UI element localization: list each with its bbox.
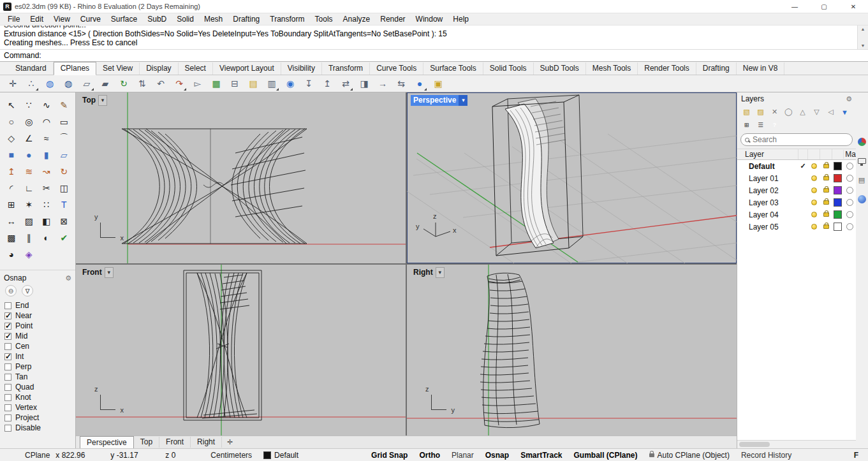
checkbox-icon[interactable] [4,414,11,421]
menu-item[interactable]: Analyze [338,15,376,24]
osnap-option[interactable]: Tan [0,372,75,382]
menu-item[interactable]: File [3,15,25,24]
layer-lock-icon[interactable] [820,176,832,180]
trim-tool[interactable]: ✂ [38,180,55,196]
toolbar-tab[interactable]: Visibility [281,62,322,75]
polyline-tool[interactable]: ∠ [20,131,38,146]
viewport-menu-icon[interactable]: ▾ [436,267,445,278]
osnap-option[interactable]: Int [0,351,75,362]
select-pointer-tool[interactable]: ↖ [3,98,20,113]
layer-visibility-icon[interactable] [808,187,820,193]
viewport-menu-icon[interactable]: ▾ [459,95,467,106]
pipe-tool[interactable]: ∥ [20,230,38,245]
viewport-menu-icon[interactable]: ▾ [98,95,107,106]
layer-material-icon[interactable] [844,163,856,170]
layer-color-cell[interactable] [832,223,844,231]
ellipse-tool[interactable]: ◎ [20,114,38,129]
sketch-curve-tool[interactable]: ✎ [55,98,73,113]
curve-blend-tool[interactable]: ≈ [38,131,55,146]
package-icon[interactable]: ▣ [430,77,446,91]
checkbox-icon[interactable] [4,394,11,401]
osnap-option[interactable]: Cen [0,341,75,351]
cplane-to-object-icon[interactable]: ▱ [79,77,94,91]
checkbox-icon[interactable] [4,425,11,432]
menu-item[interactable]: Render [375,15,410,24]
viewport-title[interactable]: Front ▾ [80,267,114,278]
display-panel-icon[interactable] [857,156,866,165]
network-surface-tool[interactable]: ⊠ [55,214,73,229]
viewport-tab[interactable]: Perspective [80,436,134,448]
grid-options-icon[interactable]: ⊟ [227,77,242,91]
filter-layers-icon[interactable]: ▼ [839,106,850,117]
auto-cplane-indicator[interactable]: Auto CPlane (Object) [644,451,735,460]
layer-material-icon[interactable] [844,211,856,218]
menu-item[interactable]: View [48,15,75,24]
toolbar-tab[interactable]: New in V8 [737,62,785,75]
menu-item[interactable]: Transform [265,15,309,24]
delete-layer-icon[interactable]: ✕ [769,106,780,117]
cplane-z-axis-icon[interactable]: ⇅ [135,77,150,91]
osnap-option[interactable]: Quad [0,382,75,392]
close-button[interactable]: ✕ [839,0,868,13]
status-toggle[interactable]: Gumball (CPlane) [568,451,644,460]
render-panel-icon[interactable] [857,194,866,203]
cplane-undo-icon[interactable]: ↷ [172,77,187,91]
search-input[interactable] [753,135,851,144]
top-viewport-canvas[interactable] [76,92,406,263]
toolbar-tab[interactable]: SubD Tools [534,62,586,75]
osnap-option[interactable]: Mid [0,331,75,341]
viewport-menu-icon[interactable]: ▾ [105,267,114,278]
menu-item[interactable]: Window [411,15,448,24]
plane-tool[interactable]: ▱ [55,147,73,163]
new-viewport-icon[interactable]: ✛ [227,438,233,446]
open-named-cplane-icon[interactable]: ▤ [246,77,261,91]
cplane-selector[interactable]: CPlane [19,451,55,460]
viewport-title[interactable]: Right ▾ [411,267,445,278]
osnap-option[interactable]: Vertex [0,402,75,413]
cplane-cycle-icon[interactable]: ⇆ [394,77,409,91]
layer-lock-icon[interactable] [820,188,832,193]
osnap-option[interactable]: End [0,300,75,311]
layer-visibility-icon[interactable] [808,175,820,181]
toolbar-tab[interactable]: Standard [9,62,54,75]
checkbox-icon[interactable] [4,302,11,309]
arc-tool[interactable]: ◠ [38,114,55,129]
select-points-tool[interactable]: ∵ [20,98,38,113]
cplane-swap-icon[interactable]: ⇄ [338,77,353,91]
split-tool[interactable]: ◫ [55,180,73,196]
control-point-curve-tool[interactable]: ∿ [38,98,55,113]
layer-visibility-icon[interactable] [808,224,820,230]
layer-material-icon[interactable] [844,199,856,206]
layer-lock-icon[interactable] [820,164,832,168]
toolbar-tab[interactable]: Mesh Tools [586,62,638,75]
cplane-rotate-icon[interactable]: ↻ [116,77,131,91]
explode-tool[interactable]: ✶ [20,197,38,212]
layers-horizontal-scrollbar[interactable] [737,440,856,448]
viewport-title[interactable]: Perspective ▾ [411,95,467,106]
sphere-tool[interactable]: ● [20,147,38,163]
toolbar-tab[interactable]: Viewport Layout [213,62,281,75]
status-toggle[interactable]: SmartTrack [515,451,568,460]
cplane-down-icon[interactable]: ↧ [301,77,316,91]
cplane-origin-icon[interactable]: ✛ [5,77,20,91]
checkbox-icon[interactable] [4,363,11,370]
toolbar-tab[interactable]: Curve Tools [370,62,423,75]
units-selector[interactable]: Centimeters [205,451,258,460]
layer-row[interactable]: Layer 02 ✓ [737,184,856,196]
layer-color-cell[interactable] [832,174,844,182]
toolbar-tab[interactable]: Surface Tools [423,62,483,75]
toolbar-tab[interactable]: Set View [96,62,140,75]
maximize-button[interactable]: ▢ [809,0,839,13]
layer-lock-icon[interactable] [820,224,832,229]
checkbox-icon[interactable] [4,384,11,391]
scroll-down-icon[interactable]: ▼ [861,42,865,49]
cplane-world-back-icon[interactable]: ◍ [61,77,76,91]
status-toggle[interactable]: Ortho [413,451,446,460]
cplane-previous-icon[interactable]: ↶ [153,77,168,91]
loft-tool[interactable]: ≋ [20,164,38,179]
viewport-top[interactable]: Top ▾ y x [76,92,406,263]
layer-row[interactable]: Layer 05 ✓ [737,221,856,233]
layer-material-icon[interactable] [844,223,856,230]
front-viewport-canvas[interactable] [76,265,406,435]
toolbar-tab[interactable]: Render Tools [638,62,696,75]
